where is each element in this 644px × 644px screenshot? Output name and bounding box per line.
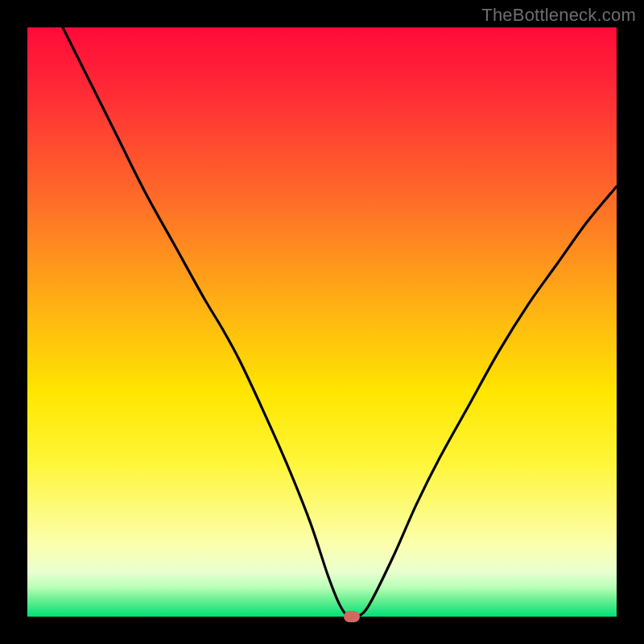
plot-area bbox=[27, 27, 617, 617]
bottleneck-curve bbox=[27, 27, 617, 617]
watermark-text: TheBottleneck.com bbox=[481, 5, 636, 26]
curve-path bbox=[63, 27, 617, 617]
chart-frame: TheBottleneck.com bbox=[0, 0, 644, 644]
min-marker bbox=[344, 611, 360, 622]
